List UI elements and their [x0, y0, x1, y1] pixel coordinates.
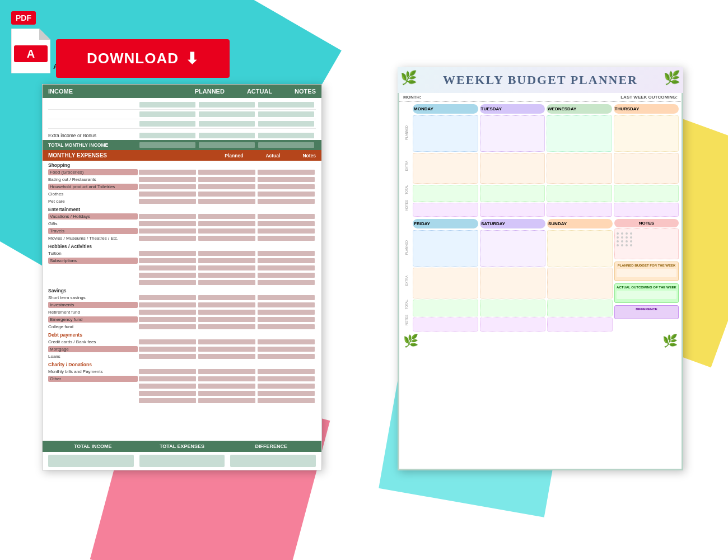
food-row: Food (Groceries)	[43, 169, 321, 176]
bottom-total-label: TOTAL	[405, 300, 408, 309]
friday-planned-cell	[413, 230, 478, 267]
savings-category: Savings	[43, 286, 321, 294]
pet-row: Pet care	[43, 198, 321, 205]
tuesday-notes-cell	[480, 203, 545, 217]
tuesday-extra-cell	[480, 153, 545, 184]
bottom-row-labels: PLANNED EXTRA TOTAL NOTES	[402, 219, 411, 332]
total-income-label: TOTAL INCOME	[48, 444, 137, 449]
thursday-notes-cell	[614, 203, 679, 217]
wednesday-column: WEDNESDAY	[547, 104, 612, 217]
wednesday-total-cell	[547, 185, 612, 202]
vacations-row: Vacations / Holidays	[43, 213, 321, 220]
difference-label: DIFFERENCE	[227, 444, 316, 449]
short-term-row: Short term savings	[43, 294, 321, 301]
friday-column: FRIDAY	[413, 219, 478, 332]
footer-labels: TOTAL INCOME TOTAL EXPENSES DIFFERENCE	[43, 441, 321, 452]
charity-category: Charity / Donations	[43, 360, 321, 368]
dot-row-4	[617, 244, 676, 246]
monday-total-cell	[413, 185, 478, 202]
saturday-planned-cell	[480, 230, 545, 267]
debt-category: Debt payments	[43, 330, 321, 338]
sunday-total-cell	[547, 300, 613, 316]
saturday-column: SATURDAY	[480, 219, 545, 332]
doc-footer: TOTAL INCOME TOTAL EXPENSES DIFFERENCE	[43, 441, 321, 470]
entertainment-category: Entertainment	[43, 205, 321, 213]
movies-row: Movies / Museums / Theatres / Etc.	[43, 235, 321, 242]
income-header: INCOME Planned Actual Notes	[43, 85, 321, 98]
other-row: Other	[43, 375, 321, 382]
tuesday-header: TUESDAY	[480, 104, 545, 114]
friday-extra-cell	[413, 268, 478, 298]
friday-notes-cell	[413, 318, 478, 332]
left-document: INCOME Planned Actual Notes Extra	[42, 84, 322, 470]
blank-row-6	[43, 397, 321, 404]
saturday-header: SATURDAY	[480, 219, 545, 228]
expenses-label: MONTHLY EXPENSES	[48, 152, 107, 158]
dot-row-1	[617, 232, 676, 235]
difference-cell	[230, 455, 316, 467]
blank-row-2	[43, 272, 321, 279]
total-income-cell	[48, 455, 134, 467]
extra-income-row: Extra income or Bonus	[43, 131, 321, 140]
leaf-top-left: 🌿	[400, 70, 417, 86]
eating-out-row: Eating out / Restaurants	[43, 176, 321, 183]
adobe-pdf-icon: A	[11, 29, 50, 73]
saturday-total-cell	[480, 300, 545, 316]
clothes-row: Clothes	[43, 190, 321, 198]
hobbies-category: Hobbies / Activities	[43, 242, 321, 250]
planned-row-label: PLANNED	[405, 125, 408, 140]
bottom-extra-label: EXTRA	[405, 276, 408, 286]
total-expenses-label: TOTAL EXPENSES	[137, 444, 226, 449]
saturday-extra-cell	[480, 268, 545, 298]
total-monthly-income-row: TOTAL MONTHLY INCOME	[43, 140, 321, 150]
blank-row-3	[43, 279, 321, 286]
mortgage-row: Mortgage	[43, 346, 321, 353]
monday-extra-cell	[413, 153, 478, 184]
planner-subtitle-row: MONTH: LAST WEEK OUTCOMING:	[398, 93, 683, 102]
wednesday-extra-cell	[547, 153, 612, 184]
sunday-notes-cell	[547, 318, 613, 332]
download-button[interactable]: DOWNLOAD ⬇	[56, 39, 230, 78]
bottom-week-container: PLANNED EXTRA TOTAL NOTES FRIDAY SATURDA…	[398, 218, 683, 334]
total-row-label: TOTAL	[405, 185, 408, 194]
difference-box: DIFFERENCE	[614, 305, 679, 319]
sunday-header: SUNDAY	[547, 219, 613, 228]
month-label: MONTH:	[403, 95, 421, 100]
college-row: College fund	[43, 323, 321, 330]
expenses-header: MONTHLY EXPENSES Planned Actual Notes	[43, 150, 321, 161]
income-row-1	[48, 100, 316, 110]
gifts-row: Gifts	[43, 220, 321, 227]
thursday-column: THURSDAY	[614, 104, 679, 217]
thursday-planned-cell	[614, 115, 679, 152]
thursday-header: THURSDAY	[614, 104, 679, 114]
right-document: 🌿 🌿 WEEKLY BUDGET PLANNER MONTH: LAST WE…	[398, 67, 683, 470]
income-row-3	[48, 119, 316, 129]
loans-row: Loans	[43, 353, 321, 360]
shopping-category: Shopping	[43, 161, 321, 169]
wednesday-notes-cell	[547, 203, 612, 217]
income-row-2	[48, 110, 316, 119]
tuesday-column: TUESDAY	[480, 104, 545, 217]
tuesday-total-cell	[480, 185, 545, 202]
top-week-container: PLANNED EXTRA TOTAL NOTES MONDAY TUESDAY	[398, 102, 683, 218]
notes-big-cell	[614, 228, 679, 259]
credit-row: Credit cards / Bank fees	[43, 338, 321, 346]
saturday-notes-cell	[480, 318, 545, 332]
notes-column-header: NOTES	[614, 219, 679, 227]
pdf-badge: PDF	[11, 11, 36, 25]
monday-header: MONDAY	[413, 104, 478, 114]
household-row: Household product and Toiletries	[43, 183, 321, 190]
notes-row-label: NOTES	[405, 200, 408, 211]
last-week-label: LAST WEEK OUTCOMING:	[620, 95, 678, 100]
extra-income-label: Extra income or Bonus	[48, 133, 138, 138]
leaf-bottom-right: 🌿	[662, 334, 678, 348]
blank-row-5	[43, 390, 321, 397]
thursday-total-cell	[614, 185, 679, 202]
download-arrow-icon: ⬇	[185, 49, 199, 68]
monday-column: MONDAY	[413, 104, 478, 217]
income-label: INCOME	[48, 88, 73, 95]
total-expenses-cell	[139, 455, 225, 467]
planner-header: 🌿 🌿 WEEKLY BUDGET PLANNER	[398, 67, 683, 93]
tuesday-planned-cell	[480, 115, 545, 152]
top-row-labels: PLANNED EXTRA TOTAL NOTES	[402, 104, 411, 217]
